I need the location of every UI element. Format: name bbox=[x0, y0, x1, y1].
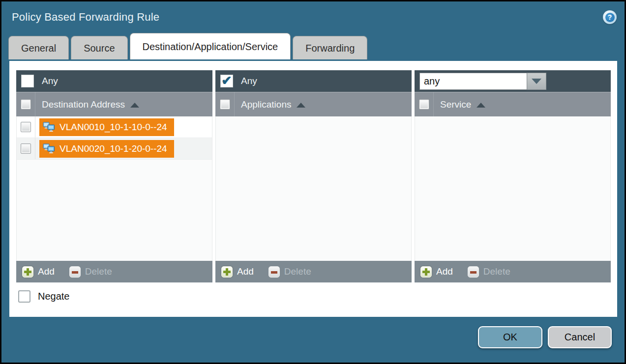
applications-toolbar: Add Delete bbox=[215, 261, 412, 282]
sort-asc-icon bbox=[130, 103, 139, 108]
delete-icon bbox=[468, 266, 479, 278]
sort-asc-icon bbox=[477, 103, 485, 108]
sort-asc-icon bbox=[297, 103, 305, 108]
negate-checkbox[interactable] bbox=[18, 290, 30, 303]
negate-row: Negate bbox=[16, 290, 611, 303]
add-icon bbox=[22, 266, 33, 278]
destination-any-label: Any bbox=[42, 76, 58, 86]
columns: Any Destination Address bbox=[16, 70, 611, 282]
dialog-footer: OK Cancel bbox=[1, 315, 625, 363]
destination-delete-button[interactable]: Delete bbox=[69, 266, 112, 278]
row-checkbox[interactable] bbox=[21, 143, 31, 154]
tab-source[interactable]: Source bbox=[71, 36, 127, 59]
destination-header-label[interactable]: Destination Address bbox=[35, 92, 139, 116]
destination-list-item[interactable]: VLAN0010_10-1-10-0--24 bbox=[17, 116, 212, 138]
page-title: Policy Based Forwarding Rule bbox=[12, 11, 159, 24]
negate-label: Negate bbox=[38, 291, 70, 302]
service-dropdown-button[interactable] bbox=[527, 73, 546, 90]
delete-icon bbox=[268, 266, 280, 278]
add-icon bbox=[420, 266, 432, 278]
tab-destination-application-service[interactable]: Destination/Application/Service bbox=[130, 33, 291, 59]
titlebar: Policy Based Forwarding Rule ? bbox=[1, 1, 625, 33]
policy-based-forwarding-dialog: Policy Based Forwarding Rule ? General S… bbox=[0, 0, 626, 364]
applications-add-button[interactable]: Add bbox=[221, 266, 254, 278]
address-name: VLAN0010_10-1-10-0--24 bbox=[60, 122, 167, 133]
service-toolbar: Add Delete bbox=[415, 261, 611, 282]
tab-forwarding[interactable]: Forwarding bbox=[293, 36, 367, 59]
applications-any-label: Any bbox=[241, 76, 257, 86]
applications-panel: Any Applications Add bbox=[215, 70, 412, 282]
destination-column-header: Destination Address bbox=[16, 92, 212, 116]
destination-add-button[interactable]: Add bbox=[22, 266, 55, 278]
service-header-label[interactable]: Service bbox=[434, 92, 485, 116]
destination-select-all-checkbox[interactable] bbox=[21, 99, 31, 110]
applications-list bbox=[215, 116, 412, 261]
service-add-button[interactable]: Add bbox=[420, 266, 453, 278]
applications-select-all-checkbox[interactable] bbox=[220, 99, 230, 110]
row-checkbox[interactable] bbox=[21, 122, 31, 132]
applications-column-header: Applications bbox=[215, 92, 412, 116]
applications-header-label[interactable]: Applications bbox=[235, 92, 305, 116]
delete-icon bbox=[69, 266, 81, 278]
ok-button[interactable]: OK bbox=[478, 326, 542, 348]
applications-delete-button[interactable]: Delete bbox=[268, 266, 311, 278]
help-icon[interactable]: ? bbox=[603, 10, 617, 24]
cancel-button[interactable]: Cancel bbox=[548, 326, 612, 348]
tab-bar: General Source Destination/Application/S… bbox=[1, 33, 625, 59]
service-dropdown-bar: any bbox=[415, 70, 611, 92]
destination-list: VLAN0010_10-1-10-0--24 bbox=[16, 116, 212, 261]
tab-content-panel: Any Destination Address bbox=[9, 61, 617, 317]
destination-any-checkbox[interactable] bbox=[21, 75, 34, 87]
add-icon bbox=[221, 266, 233, 278]
service-delete-button[interactable]: Delete bbox=[468, 266, 510, 278]
service-dropdown-value[interactable]: any bbox=[419, 73, 527, 90]
service-column-header: Service bbox=[415, 92, 611, 116]
network-address-icon bbox=[43, 143, 55, 154]
applications-any-checkbox[interactable] bbox=[220, 75, 233, 87]
destination-toolbar: Add Delete bbox=[16, 261, 212, 282]
service-panel: any Service bbox=[415, 70, 611, 282]
service-select-all-checkbox[interactable] bbox=[419, 99, 429, 110]
destination-list-item[interactable]: VLAN0020_10-1-20-0--24 bbox=[17, 138, 212, 160]
service-dropdown[interactable]: any bbox=[419, 73, 546, 90]
service-list bbox=[415, 116, 611, 261]
address-chip[interactable]: VLAN0010_10-1-10-0--24 bbox=[39, 118, 174, 136]
destination-address-panel: Any Destination Address bbox=[16, 70, 212, 282]
address-chip[interactable]: VLAN0020_10-1-20-0--24 bbox=[39, 140, 174, 158]
applications-any-bar: Any bbox=[215, 70, 412, 92]
address-name: VLAN0020_10-1-20-0--24 bbox=[60, 143, 167, 154]
destination-any-bar: Any bbox=[16, 70, 212, 92]
tab-general[interactable]: General bbox=[8, 36, 69, 59]
network-address-icon bbox=[43, 122, 55, 132]
chevron-down-icon bbox=[532, 79, 541, 84]
